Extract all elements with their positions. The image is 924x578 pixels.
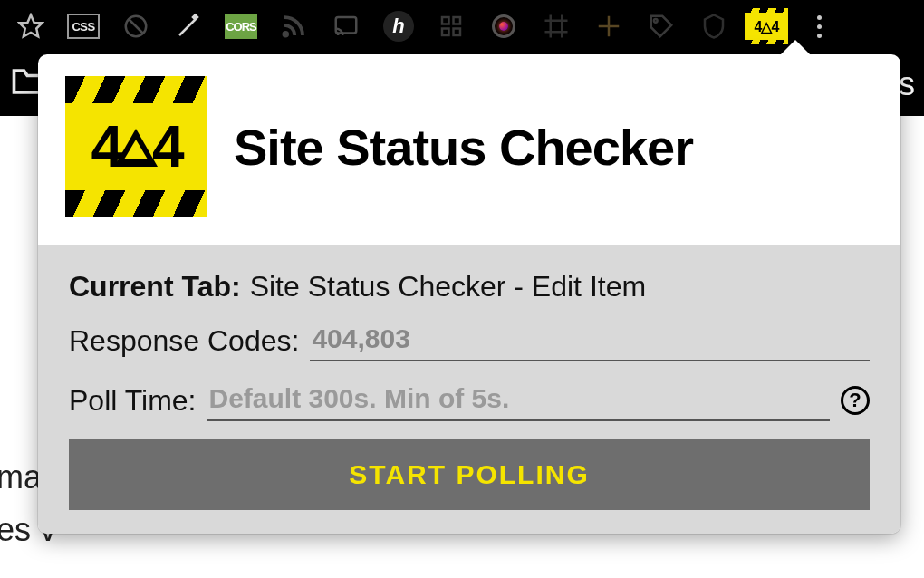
- wand-icon[interactable]: [165, 6, 212, 46]
- svg-marker-0: [20, 15, 43, 37]
- block-icon[interactable]: [112, 6, 159, 46]
- svg-rect-6: [454, 17, 461, 24]
- camera-icon[interactable]: [480, 6, 527, 46]
- response-codes-label: Response Codes:: [69, 324, 299, 358]
- response-codes-row: Response Codes:: [69, 320, 870, 361]
- popup-body: Current Tab: Site Status Checker - Edit …: [38, 245, 900, 534]
- cross-icon[interactable]: [585, 6, 632, 46]
- popup-header: 44 Site Status Checker: [38, 54, 900, 245]
- svg-rect-8: [454, 29, 461, 36]
- extension-logo: 44: [65, 76, 207, 217]
- start-polling-button[interactable]: START POLLING: [69, 439, 870, 510]
- poll-time-label: Poll Time:: [69, 384, 196, 418]
- honey-icon[interactable]: h: [375, 6, 422, 46]
- svg-point-15: [654, 19, 658, 23]
- svg-rect-5: [442, 17, 449, 24]
- svg-line-2: [130, 20, 143, 34]
- shield-icon[interactable]: [690, 6, 737, 46]
- frame-icon[interactable]: [533, 6, 580, 46]
- cors-badge[interactable]: CORS: [217, 6, 265, 46]
- svg-rect-4: [336, 17, 357, 34]
- poll-time-input[interactable]: [207, 380, 830, 421]
- current-tab-label: Current Tab:: [69, 270, 241, 303]
- current-tab-value: Site Status Checker - Edit Item: [250, 270, 647, 303]
- cast-icon[interactable]: [322, 6, 370, 46]
- grid-icon[interactable]: [428, 6, 475, 46]
- rss-icon[interactable]: [270, 6, 317, 46]
- svg-rect-7: [442, 29, 449, 36]
- current-tab-row: Current Tab: Site Status Checker - Edit …: [69, 270, 870, 303]
- css-badge[interactable]: CSS: [60, 6, 107, 46]
- response-codes-input[interactable]: [310, 320, 870, 361]
- popup-title: Site Status Checker: [234, 118, 693, 177]
- tag-icon[interactable]: [638, 6, 685, 46]
- poll-time-row: Poll Time: ?: [69, 380, 870, 421]
- star-icon[interactable]: [7, 6, 54, 46]
- popup-pointer: [779, 40, 812, 56]
- extension-popup: 44 Site Status Checker Current Tab: Site…: [38, 54, 900, 534]
- svg-point-3: [284, 33, 287, 36]
- help-icon[interactable]: ?: [841, 386, 870, 415]
